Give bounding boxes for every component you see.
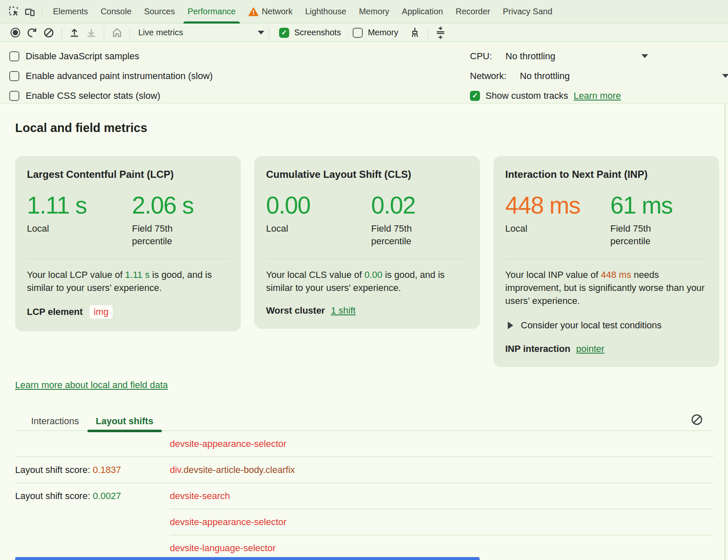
metric-cards: Largest Contentful Paint (LCP) 1.11 s Lo…	[15, 156, 728, 367]
cls-description: Your local CLS value of 0.00 is good, an…	[266, 268, 467, 294]
inp-description: Your local INP value of 448 ms needs imp…	[505, 268, 707, 308]
log-tabs: Interactions Layout shifts	[15, 410, 713, 431]
tab-memory[interactable]: Memory	[353, 0, 396, 24]
inspect-element-button[interactable]	[6, 4, 22, 20]
toolbar-separator	[269, 27, 269, 38]
lcp-element-label: LCP element	[27, 306, 83, 317]
lcp-element-node-link[interactable]: img	[90, 305, 113, 319]
tab-elements[interactable]: Elements	[47, 0, 94, 24]
lcp-card-title: Largest Contentful Paint (LCP)	[27, 169, 228, 180]
bottom-highlight-bar	[15, 557, 480, 560]
upload-icon	[69, 27, 80, 38]
cpu-throttling-select[interactable]: CPU: No throttling	[470, 46, 728, 66]
show-custom-tracks-label: Show custom tracks	[485, 90, 568, 101]
upload-profile-button[interactable]	[66, 25, 83, 40]
clear-log-button[interactable]	[690, 412, 704, 427]
reload-and-record-button[interactable]	[24, 25, 40, 40]
cls-card: Cumulative Layout Shift (CLS) 0.00 Local…	[254, 156, 480, 329]
element-node-link[interactable]: devsite-appearance-selector	[170, 438, 287, 449]
local-test-conditions-toggle[interactable]: Consider your local test conditions	[505, 320, 707, 331]
tab-interactions[interactable]: Interactions	[23, 412, 87, 431]
throttling-settings: CPU: No throttling Network: No throttlin…	[470, 46, 728, 106]
tab-privacy-sandbox[interactable]: Privacy Sand	[496, 0, 559, 24]
cls-field-label: Field 75th percentile	[371, 222, 445, 247]
inp-interaction-link[interactable]: pointer	[576, 343, 604, 354]
page-title: Local and field metrics	[15, 121, 728, 135]
history-select[interactable]: Live metrics	[138, 28, 264, 37]
chevron-down-icon	[641, 54, 648, 58]
history-select-value: Live metrics	[138, 28, 183, 37]
collapse-panel-button[interactable]	[432, 25, 449, 40]
worst-cluster-label: Worst cluster	[266, 305, 325, 316]
tab-layout-shifts[interactable]: Layout shifts	[87, 412, 162, 431]
inp-field-value: 61 ms	[610, 193, 684, 217]
tab-sources[interactable]: Sources	[138, 0, 181, 24]
memory-checkbox[interactable]: Memory	[353, 28, 398, 38]
broom-icon	[409, 27, 421, 39]
block-icon	[43, 27, 54, 38]
tab-network[interactable]: Network	[242, 0, 299, 24]
layout-shift-row: devsite-appearance-selector	[15, 431, 713, 457]
checkbox-unchecked-icon	[9, 71, 19, 81]
worst-cluster-link[interactable]: 1 shift	[331, 305, 356, 316]
chevron-down-icon	[722, 74, 728, 78]
tab-lighthouse[interactable]: Lighthouse	[299, 0, 353, 24]
layout-shift-row: Layout shift score: 0.1837 div.devsite-a…	[15, 457, 713, 483]
reload-icon	[26, 27, 37, 38]
cls-local-label: Local	[266, 222, 340, 235]
home-icon	[111, 27, 123, 38]
element-node-link[interactable]: div.devsite-article-body.clearfix	[170, 465, 295, 475]
checkbox-unchecked-icon	[9, 91, 19, 101]
toolbar-separator	[61, 27, 62, 38]
layout-shift-row: devsite-appearance-selector	[15, 509, 713, 535]
gc-button[interactable]	[406, 25, 423, 40]
inp-local-label: Local	[505, 222, 579, 235]
cls-card-title: Cumulative Layout Shift (CLS)	[266, 169, 467, 180]
device-toolbar-button[interactable]	[22, 4, 38, 20]
checkbox-unchecked-icon	[353, 28, 363, 38]
tabbar-separator	[42, 6, 42, 17]
download-icon	[86, 27, 97, 38]
checkbox-unchecked-icon	[9, 51, 19, 61]
inp-interaction-label: INP interaction	[505, 343, 570, 354]
tab-application[interactable]: Application	[396, 0, 449, 24]
element-node-link[interactable]: devsite-language-selector	[170, 543, 276, 553]
panel-right-border	[725, 104, 725, 560]
tab-performance[interactable]: Performance	[181, 0, 242, 24]
inp-card-title: Interaction to Next Paint (INP)	[505, 169, 707, 180]
lcp-local-label: Local	[27, 222, 100, 235]
card-divider	[505, 259, 707, 259]
lcp-field-label: Field 75th percentile	[132, 222, 206, 247]
layout-shift-row: Layout shift score: 0.0027 devsite-searc…	[15, 483, 713, 509]
tab-recorder[interactable]: Recorder	[449, 0, 496, 24]
triangle-right-icon	[508, 322, 513, 329]
toolbar-separator	[104, 27, 104, 38]
chevron-down-icon	[258, 31, 264, 34]
record-button[interactable]	[7, 25, 24, 40]
screenshots-checkbox[interactable]: ✓ Screenshots	[279, 28, 341, 38]
network-throttling-select[interactable]: Network: No throttling	[470, 66, 728, 86]
lcp-description: Your local LCP value of 1.11 s is good, …	[27, 268, 228, 294]
inspect-cursor-icon	[8, 6, 20, 17]
block-icon	[691, 413, 703, 426]
collapse-icon	[435, 26, 446, 39]
lcp-local-value: 1.11 s	[27, 193, 132, 217]
record-icon	[11, 28, 20, 37]
custom-tracks-learn-more-link[interactable]: Learn more	[574, 90, 621, 101]
checkbox-checked-icon: ✓	[279, 28, 289, 38]
cls-field-value: 0.02	[371, 193, 445, 217]
device-toolbar-icon	[24, 6, 36, 18]
download-profile-button[interactable]	[83, 25, 100, 40]
lcp-field-value: 2.06 s	[132, 193, 206, 217]
home-button[interactable]	[108, 25, 125, 40]
tab-console[interactable]: Console	[94, 0, 137, 24]
card-divider	[27, 259, 228, 259]
clear-button[interactable]	[40, 25, 57, 40]
field-data-learn-more-link[interactable]: Learn more about local and field data	[15, 380, 168, 391]
show-custom-tracks-checkbox[interactable]: ✓	[470, 91, 480, 101]
element-node-link[interactable]: devsite-search	[170, 491, 230, 501]
devtools-tabbar: Elements Console Sources Performance Net…	[0, 0, 728, 24]
card-divider	[266, 259, 467, 259]
element-node-link[interactable]: devsite-appearance-selector	[170, 517, 287, 527]
live-metrics-view: Local and field metrics Largest Contentf…	[0, 121, 728, 560]
